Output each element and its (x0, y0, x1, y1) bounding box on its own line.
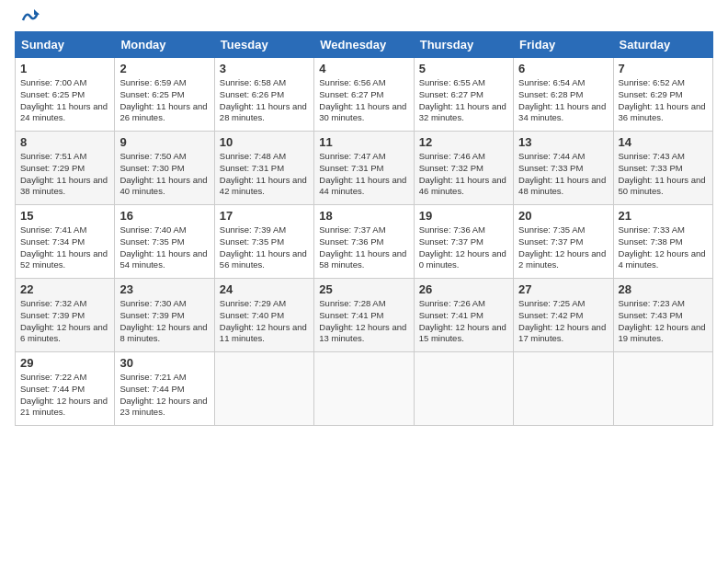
day-info: Sunrise: 7:50 AM Sunset: 7:30 PM Dayligh… (119, 151, 209, 198)
calendar-cell: 4 Sunrise: 6:56 AM Sunset: 6:27 PM Dayli… (314, 58, 414, 132)
calendar-cell: 25 Sunrise: 7:28 AM Sunset: 7:41 PM Dayl… (314, 279, 414, 352)
day-number: 8 (20, 135, 109, 149)
col-header-monday: Monday (115, 32, 214, 58)
calendar-cell: 11 Sunrise: 7:47 AM Sunset: 7:31 PM Dayl… (314, 132, 414, 205)
day-info: Sunrise: 7:30 AM Sunset: 7:39 PM Dayligh… (119, 298, 209, 345)
col-header-tuesday: Tuesday (214, 32, 313, 58)
day-info: Sunrise: 7:39 AM Sunset: 7:35 PM Dayligh… (220, 224, 309, 271)
col-header-wednesday: Wednesday (314, 32, 414, 58)
col-header-sunday: Sunday (16, 32, 115, 58)
day-info: Sunrise: 7:28 AM Sunset: 7:41 PM Dayligh… (319, 298, 408, 345)
day-number: 25 (319, 282, 408, 296)
calendar-cell: 29 Sunrise: 7:22 AM Sunset: 7:44 PM Dayl… (16, 352, 115, 426)
col-header-friday: Friday (514, 32, 613, 58)
calendar-cell: 7 Sunrise: 6:52 AM Sunset: 6:29 PM Dayli… (613, 58, 712, 132)
calendar-cell: 5 Sunrise: 6:55 AM Sunset: 6:27 PM Dayli… (414, 58, 513, 132)
day-info: Sunrise: 7:21 AM Sunset: 7:44 PM Dayligh… (119, 372, 209, 419)
calendar-cell: 9 Sunrise: 7:50 AM Sunset: 7:30 PM Dayli… (115, 132, 214, 205)
calendar-cell: 26 Sunrise: 7:26 AM Sunset: 7:41 PM Dayl… (414, 279, 513, 352)
day-info: Sunrise: 6:56 AM Sunset: 6:27 PM Dayligh… (319, 77, 408, 124)
day-info: Sunrise: 7:36 AM Sunset: 7:37 PM Dayligh… (419, 224, 508, 271)
day-number: 15 (20, 209, 109, 223)
calendar-header-row: SundayMondayTuesdayWednesdayThursdayFrid… (16, 32, 713, 58)
day-number: 16 (119, 209, 209, 223)
day-number: 18 (319, 209, 408, 223)
day-number: 20 (518, 209, 608, 223)
day-number: 22 (20, 282, 109, 296)
calendar-cell: 17 Sunrise: 7:39 AM Sunset: 7:35 PM Dayl… (214, 205, 313, 279)
day-number: 29 (20, 356, 109, 370)
day-number: 4 (319, 62, 408, 75)
day-number: 14 (619, 135, 708, 149)
col-header-saturday: Saturday (613, 32, 712, 58)
day-info: Sunrise: 7:32 AM Sunset: 7:39 PM Dayligh… (20, 298, 109, 345)
day-info: Sunrise: 7:26 AM Sunset: 7:41 PM Dayligh… (419, 298, 508, 345)
calendar-cell (214, 352, 313, 426)
day-info: Sunrise: 7:33 AM Sunset: 7:38 PM Dayligh… (619, 224, 708, 271)
calendar-cell: 15 Sunrise: 7:41 AM Sunset: 7:34 PM Dayl… (16, 205, 115, 279)
calendar-week-row: 15 Sunrise: 7:41 AM Sunset: 7:34 PM Dayl… (16, 205, 713, 279)
calendar-cell (613, 352, 712, 426)
day-info: Sunrise: 7:25 AM Sunset: 7:42 PM Dayligh… (518, 298, 608, 345)
calendar-cell: 19 Sunrise: 7:36 AM Sunset: 7:37 PM Dayl… (414, 205, 513, 279)
day-number: 19 (419, 209, 508, 223)
calendar-cell: 10 Sunrise: 7:48 AM Sunset: 7:31 PM Dayl… (214, 132, 313, 205)
calendar-week-row: 29 Sunrise: 7:22 AM Sunset: 7:44 PM Dayl… (16, 352, 713, 426)
day-info: Sunrise: 7:00 AM Sunset: 6:25 PM Dayligh… (20, 77, 109, 124)
day-number: 23 (119, 282, 209, 296)
day-number: 3 (220, 62, 309, 75)
day-info: Sunrise: 7:37 AM Sunset: 7:36 PM Dayligh… (319, 224, 408, 271)
calendar-cell (514, 352, 613, 426)
day-number: 28 (619, 282, 708, 296)
day-info: Sunrise: 6:58 AM Sunset: 6:26 PM Dayligh… (220, 77, 309, 124)
day-info: Sunrise: 7:23 AM Sunset: 7:43 PM Dayligh… (619, 298, 708, 345)
day-number: 17 (220, 209, 309, 223)
day-info: Sunrise: 7:48 AM Sunset: 7:31 PM Dayligh… (220, 151, 309, 198)
day-number: 13 (518, 135, 608, 149)
day-info: Sunrise: 6:52 AM Sunset: 6:29 PM Dayligh… (619, 77, 708, 124)
header: General Blue (15, 15, 713, 24)
day-info: Sunrise: 7:29 AM Sunset: 7:40 PM Dayligh… (220, 298, 309, 345)
calendar-cell: 23 Sunrise: 7:30 AM Sunset: 7:39 PM Dayl… (115, 279, 214, 352)
calendar-cell: 1 Sunrise: 7:00 AM Sunset: 6:25 PM Dayli… (16, 58, 115, 132)
calendar-cell: 24 Sunrise: 7:29 AM Sunset: 7:40 PM Dayl… (214, 279, 313, 352)
calendar-cell: 3 Sunrise: 6:58 AM Sunset: 6:26 PM Dayli… (214, 58, 313, 132)
day-info: Sunrise: 7:35 AM Sunset: 7:37 PM Dayligh… (518, 224, 608, 271)
day-number: 26 (419, 282, 508, 296)
calendar-table: SundayMondayTuesdayWednesdayThursdayFrid… (15, 31, 713, 426)
day-number: 21 (619, 209, 708, 223)
day-number: 12 (419, 135, 508, 149)
day-number: 9 (119, 135, 209, 149)
day-info: Sunrise: 7:51 AM Sunset: 7:29 PM Dayligh… (20, 151, 109, 198)
calendar-cell: 28 Sunrise: 7:23 AM Sunset: 7:43 PM Dayl… (613, 279, 712, 352)
day-number: 5 (419, 62, 508, 75)
day-info: Sunrise: 6:54 AM Sunset: 6:28 PM Dayligh… (518, 77, 608, 124)
calendar-cell: 2 Sunrise: 6:59 AM Sunset: 6:25 PM Dayli… (115, 58, 214, 132)
day-number: 10 (220, 135, 309, 149)
day-number: 24 (220, 282, 309, 296)
logo-wave-icon (19, 7, 40, 24)
day-number: 11 (319, 135, 408, 149)
calendar-cell: 30 Sunrise: 7:21 AM Sunset: 7:44 PM Dayl… (115, 352, 214, 426)
day-number: 6 (518, 62, 608, 75)
calendar-cell: 16 Sunrise: 7:40 AM Sunset: 7:35 PM Dayl… (115, 205, 214, 279)
calendar-cell: 6 Sunrise: 6:54 AM Sunset: 6:28 PM Dayli… (514, 58, 613, 132)
day-number: 7 (619, 62, 708, 75)
col-header-thursday: Thursday (414, 32, 513, 58)
day-info: Sunrise: 7:47 AM Sunset: 7:31 PM Dayligh… (319, 151, 408, 198)
calendar-week-row: 22 Sunrise: 7:32 AM Sunset: 7:39 PM Dayl… (16, 279, 713, 352)
calendar-cell: 21 Sunrise: 7:33 AM Sunset: 7:38 PM Dayl… (613, 205, 712, 279)
calendar-cell: 14 Sunrise: 7:43 AM Sunset: 7:33 PM Dayl… (613, 132, 712, 205)
calendar-cell: 18 Sunrise: 7:37 AM Sunset: 7:36 PM Dayl… (314, 205, 414, 279)
calendar-cell: 27 Sunrise: 7:25 AM Sunset: 7:42 PM Dayl… (514, 279, 613, 352)
day-number: 2 (119, 62, 209, 75)
calendar-week-row: 1 Sunrise: 7:00 AM Sunset: 6:25 PM Dayli… (16, 58, 713, 132)
day-info: Sunrise: 6:59 AM Sunset: 6:25 PM Dayligh… (119, 77, 209, 124)
day-info: Sunrise: 7:43 AM Sunset: 7:33 PM Dayligh… (619, 151, 708, 198)
calendar-cell: 8 Sunrise: 7:51 AM Sunset: 7:29 PM Dayli… (16, 132, 115, 205)
calendar-cell (314, 352, 414, 426)
calendar-cell (414, 352, 513, 426)
logo-area: General Blue (15, 15, 40, 24)
calendar-cell: 13 Sunrise: 7:44 AM Sunset: 7:33 PM Dayl… (514, 132, 613, 205)
calendar-cell: 22 Sunrise: 7:32 AM Sunset: 7:39 PM Dayl… (16, 279, 115, 352)
